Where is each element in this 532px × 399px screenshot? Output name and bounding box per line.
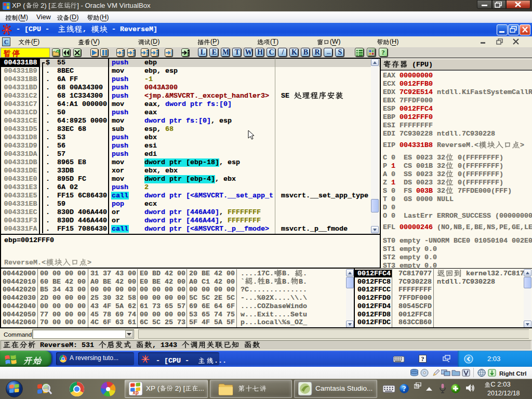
svg-text:xp: xp: [132, 390, 139, 395]
svg-text:?: ?: [403, 385, 406, 393]
